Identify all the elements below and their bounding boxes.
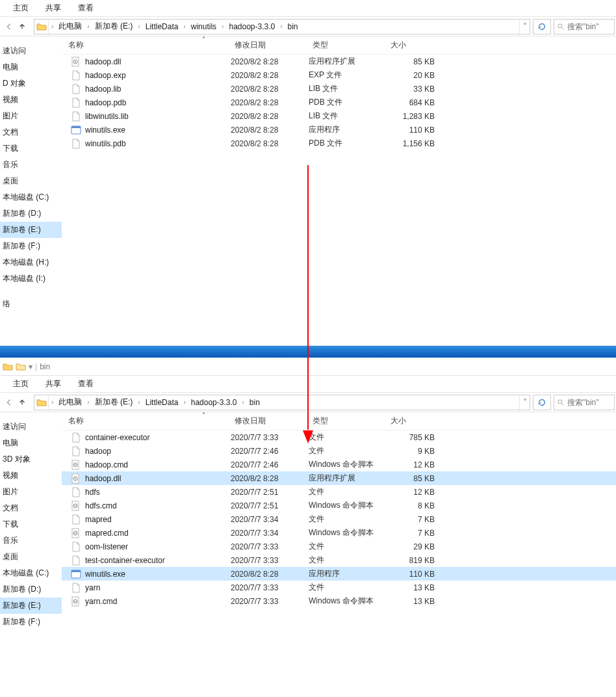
nav-item[interactable]: 下载 — [0, 140, 62, 157]
file-row[interactable]: hadoop.cmd2020/7/7 2:46Windows 命令脚本12 KB — [62, 458, 616, 471]
nav-item[interactable]: 新加卷 (E:) — [0, 222, 62, 238]
column-headers-2: ˄ 名称 修改日期 类型 大小 — [62, 412, 616, 430]
col-size[interactable]: 大小 — [387, 40, 439, 51]
nav-item[interactable]: 电脑 — [0, 59, 62, 75]
file-size: 85 KB — [387, 474, 439, 483]
nav-item[interactable]: 本地磁盘 (C:) — [0, 189, 62, 205]
bc2-p2[interactable]: hadoop-3.3.0 — [188, 398, 240, 407]
nav-pane-bottom[interactable]: 速访问电脑3D 对象视频图片文档下载音乐桌面本地磁盘 (C:)新加卷 (D:)新… — [0, 412, 62, 630]
tab-share[interactable]: 共享 — [45, 3, 61, 14]
nav-item[interactable]: 音乐 — [0, 533, 62, 549]
file-row[interactable]: winutils.exe2020/8/2 8:28应用程序110 KB — [62, 123, 616, 137]
tab-view-2[interactable]: 查看 — [78, 378, 94, 389]
file-row[interactable]: libwinutils.lib2020/8/2 8:28LIB 文件1,283 … — [62, 109, 616, 123]
file-row[interactable]: hadoop.exp2020/8/2 8:28EXP 文件20 KB — [62, 68, 616, 82]
nav-item[interactable]: 文档 — [0, 124, 62, 140]
nav-item[interactable]: 桌面 — [0, 173, 62, 189]
bc2-vol[interactable]: 新加卷 (E:) — [92, 397, 136, 408]
nav-item[interactable]: 本地磁盘 (H:) — [0, 254, 62, 270]
col-date[interactable]: 修改日期 — [231, 40, 309, 51]
file-row[interactable]: container-executor2020/7/7 3:33文件785 KB — [62, 430, 616, 444]
search-box[interactable] — [554, 19, 615, 34]
nav-item[interactable]: 新加卷 (F:) — [0, 614, 62, 630]
tab-home[interactable]: 主页 — [13, 3, 29, 14]
file-row[interactable]: mapred2020/7/7 3:34文件7 KB — [62, 512, 616, 526]
search-box-2[interactable] — [554, 395, 615, 410]
nav-item[interactable]: 3D 对象 — [0, 451, 62, 467]
col-type[interactable]: 类型 — [309, 40, 387, 51]
address-bar[interactable]: › 此电脑› 新加卷 (E:)› LittleData› winutils› h… — [34, 19, 530, 34]
nav-back-icon-2[interactable] — [4, 397, 14, 408]
file-row[interactable]: hadoop.dll2020/8/2 8:28应用程序扩展85 KB — [62, 471, 616, 485]
qat-dropdown-icon[interactable]: ▾ — [29, 362, 32, 371]
refresh-button-2[interactable] — [533, 395, 551, 410]
file-row[interactable]: hadoop.dll2020/8/2 8:28应用程序扩展85 KB — [62, 55, 616, 68]
nav-item[interactable]: D 对象 — [0, 75, 62, 92]
col-date-2[interactable]: 修改日期 — [231, 415, 309, 427]
nav-up-icon[interactable] — [17, 21, 27, 32]
nav-item[interactable]: 新加卷 (D:) — [0, 581, 62, 598]
bc2-p1[interactable]: LittleData — [143, 398, 181, 407]
bc-p4[interactable]: bin — [285, 22, 301, 31]
chevron-down-icon[interactable]: ˅ — [519, 20, 530, 34]
nav-pane-top[interactable]: 速访问电脑D 对象视频图片文档下载音乐桌面本地磁盘 (C:)新加卷 (D:)新加… — [0, 36, 62, 345]
file-row[interactable]: winutils.pdb2020/8/2 8:28PDB 文件1,156 KB — [62, 137, 616, 150]
tab-share-2[interactable]: 共享 — [45, 378, 61, 389]
nav-item[interactable]: 新加卷 (F:) — [0, 238, 62, 254]
file-row[interactable]: oom-listener2020/7/7 3:33文件29 KB — [62, 540, 616, 553]
file-row[interactable]: winutils.exe2020/8/2 8:28应用程序110 KB — [62, 567, 616, 581]
nav-item[interactable]: 新加卷 (D:) — [0, 205, 62, 222]
col-type-2[interactable]: 类型 — [309, 415, 387, 427]
bc-p2[interactable]: winutils — [188, 22, 219, 31]
nav-item[interactable]: 电脑 — [0, 435, 62, 451]
col-name-2[interactable]: 名称 — [62, 415, 231, 427]
file-row[interactable]: test-container-executor2020/7/7 3:33文件81… — [62, 553, 616, 567]
nav-item[interactable]: 速访问 — [0, 43, 62, 59]
file-row[interactable]: hadoop.lib2020/8/2 8:28LIB 文件33 KB — [62, 82, 616, 96]
nav-item[interactable]: 下载 — [0, 516, 62, 533]
nav-item[interactable]: 视频 — [0, 467, 62, 484]
file-row[interactable]: mapred.cmd2020/7/7 3:34Windows 命令脚本7 KB — [62, 526, 616, 540]
file-size: 29 KB — [387, 542, 439, 551]
search-input-2[interactable] — [567, 398, 611, 407]
bc2-pc[interactable]: 此电脑 — [56, 397, 84, 408]
col-name[interactable]: 名称 — [62, 40, 231, 51]
file-type: LIB 文件 — [309, 111, 387, 122]
file-size: 785 KB — [387, 433, 439, 442]
nav-item[interactable]: 视频 — [0, 92, 62, 108]
nav-item[interactable]: 音乐 — [0, 157, 62, 173]
bc-p1[interactable]: LittleData — [143, 22, 181, 31]
bc-vol[interactable]: 新加卷 (E:) — [92, 21, 136, 32]
nav-item[interactable]: 本地磁盘 (I:) — [0, 270, 62, 287]
search-input[interactable] — [567, 22, 611, 31]
nav-back-icon[interactable] — [4, 21, 14, 32]
tab-view[interactable]: 查看 — [78, 3, 94, 14]
refresh-button[interactable] — [533, 19, 551, 34]
nav-item[interactable]: 本地磁盘 (C:) — [0, 565, 62, 581]
chevron-down-icon-2[interactable]: ˅ — [519, 395, 530, 410]
file-row[interactable]: yarn.cmd2020/7/7 3:33Windows 命令脚本13 KB — [62, 594, 616, 608]
nav-item[interactable]: 新加卷 (E:) — [0, 598, 62, 614]
nav-item[interactable]: 速访问 — [0, 419, 62, 435]
bc-p3[interactable]: hadoop-3.3.0 — [226, 22, 277, 31]
tab-home-2[interactable]: 主页 — [13, 378, 29, 389]
nav-item[interactable]: 文档 — [0, 500, 62, 516]
file-row[interactable]: hdfs.cmd2020/7/7 2:51Windows 命令脚本8 KB — [62, 499, 616, 512]
file-type: 文件 — [309, 486, 387, 497]
file-row[interactable]: hadoop2020/7/7 2:46文件9 KB — [62, 444, 616, 458]
file-list-top[interactable]: hadoop.dll2020/8/2 8:28应用程序扩展85 KBhadoop… — [62, 55, 616, 150]
file-type: Windows 命令脚本 — [309, 500, 387, 511]
nav-item[interactable]: 图片 — [0, 484, 62, 500]
nav-item[interactable]: 桌面 — [0, 549, 62, 565]
address-bar-2[interactable]: › 此电脑› 新加卷 (E:)› LittleData› hadoop-3.3.… — [34, 395, 530, 410]
col-size-2[interactable]: 大小 — [387, 415, 439, 427]
bc2-p3[interactable]: bin — [247, 398, 263, 407]
file-row[interactable]: hadoop.pdb2020/8/2 8:28PDB 文件684 KB — [62, 96, 616, 109]
file-list-bottom[interactable]: container-executor2020/7/7 3:33文件785 KBh… — [62, 430, 616, 608]
nav-item[interactable]: 图片 — [0, 108, 62, 124]
file-row[interactable]: hdfs2020/7/7 2:51文件12 KB — [62, 485, 616, 499]
nav-up-icon-2[interactable] — [17, 397, 27, 408]
bc-pc[interactable]: 此电脑 — [56, 21, 84, 32]
file-row[interactable]: yarn2020/7/7 3:33文件13 KB — [62, 581, 616, 594]
nav-item[interactable]: 络 — [0, 296, 62, 312]
